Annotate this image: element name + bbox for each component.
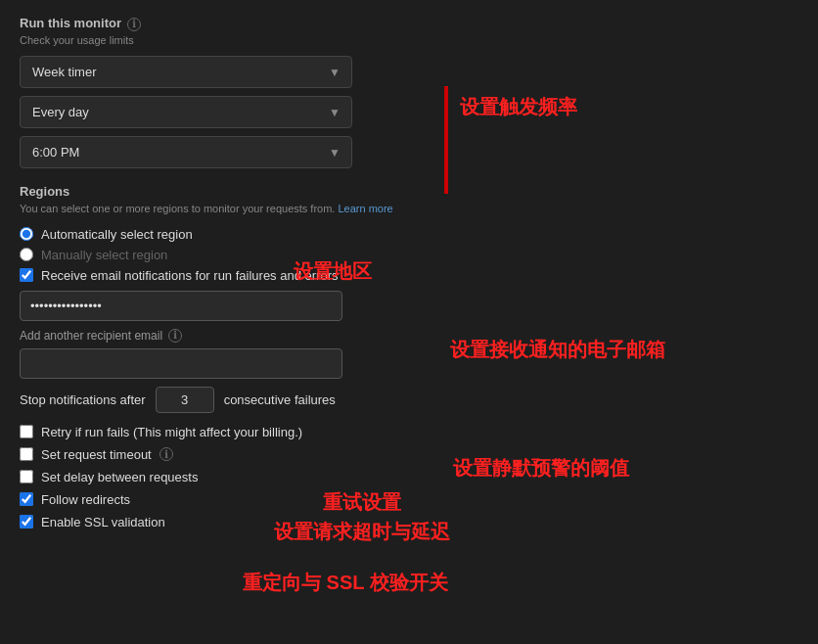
annotation-redirect: 重定向与 SSL 校验开关 xyxy=(243,570,448,596)
stop-notif-label: Stop notifications after xyxy=(20,392,146,407)
auto-region-label[interactable]: Automatically select region xyxy=(41,227,193,242)
header-info-icon[interactable]: ℹ xyxy=(127,18,141,31)
follow-redirects-checkbox[interactable] xyxy=(20,492,33,506)
timeout-info-icon[interactable]: ℹ xyxy=(159,447,173,461)
delay-checkbox[interactable] xyxy=(20,470,33,483)
manual-region-label[interactable]: Manually select region xyxy=(41,248,167,262)
stop-notif-suffix: consecutive failures xyxy=(224,392,336,407)
timeout-checkbox[interactable] xyxy=(20,447,33,461)
ssl-checkbox[interactable] xyxy=(20,515,33,529)
email-notif-label[interactable]: Receive email notifications for run fail… xyxy=(41,268,338,283)
ssl-label[interactable]: Enable SSL validation xyxy=(41,515,165,529)
regions-desc: You can select one or more regions to mo… xyxy=(20,201,798,217)
retry-label[interactable]: Retry if run fails (This might affect yo… xyxy=(41,425,302,439)
add-recipient-label: Add another recipient email xyxy=(20,329,162,343)
header-desc: Check your usage limits xyxy=(20,34,798,46)
follow-redirects-checkbox-item: Follow redirects xyxy=(20,492,798,507)
timeout-label[interactable]: Set request timeout xyxy=(41,447,152,462)
learn-more-link[interactable]: Learn more xyxy=(338,203,392,214)
email-notif-checkbox-item: Receive email notifications for run fail… xyxy=(20,268,798,283)
ssl-checkbox-item: Enable SSL validation xyxy=(20,515,798,529)
email-input-primary[interactable] xyxy=(20,291,342,321)
auto-region-item: Automatically select region xyxy=(20,227,798,242)
stop-notif-row: Stop notifications after consecutive fai… xyxy=(20,387,798,413)
add-recipient-row: Add another recipient email ℹ xyxy=(20,329,798,343)
frequency-select[interactable]: Every day Every hour Every 12 hours Ever… xyxy=(20,96,352,128)
email-notif-checkbox[interactable] xyxy=(20,268,33,282)
frequency-select-wrapper: Every day Every hour Every 12 hours Ever… xyxy=(20,96,352,128)
timer-select[interactable]: Week timer Day timer Custom xyxy=(20,56,352,88)
red-accent-bar xyxy=(444,86,448,194)
region-radio-group: Automatically select region Manually sel… xyxy=(20,227,798,262)
stop-notif-input[interactable] xyxy=(156,387,214,413)
timer-select-wrapper: Week timer Day timer Custom ▼ xyxy=(20,56,352,88)
section-title: Run this monitor xyxy=(20,16,121,30)
retry-checkbox[interactable] xyxy=(20,425,33,438)
auto-region-radio[interactable] xyxy=(20,227,33,241)
regions-title: Regions xyxy=(20,184,798,199)
manual-region-item: Manually select region xyxy=(20,248,798,262)
delay-label[interactable]: Set delay between requests xyxy=(41,470,198,484)
timeout-checkbox-item: Set request timeout ℹ xyxy=(20,447,798,462)
add-recipient-info-icon[interactable]: ℹ xyxy=(168,329,182,343)
time-select-wrapper: 6:00 PM 7:00 PM 8:00 PM 12:00 AM ▼ xyxy=(20,136,352,168)
follow-redirects-label[interactable]: Follow redirects xyxy=(41,492,130,507)
retry-checkbox-item: Retry if run fails (This might affect yo… xyxy=(20,425,798,439)
email-input-secondary[interactable] xyxy=(20,348,342,379)
delay-checkbox-item: Set delay between requests xyxy=(20,470,798,484)
manual-region-radio[interactable] xyxy=(20,248,33,261)
time-select[interactable]: 6:00 PM 7:00 PM 8:00 PM 12:00 AM xyxy=(20,136,352,168)
options-section: Retry if run fails (This might affect yo… xyxy=(20,425,798,529)
regions-section: Regions You can select one or more regio… xyxy=(20,184,798,413)
